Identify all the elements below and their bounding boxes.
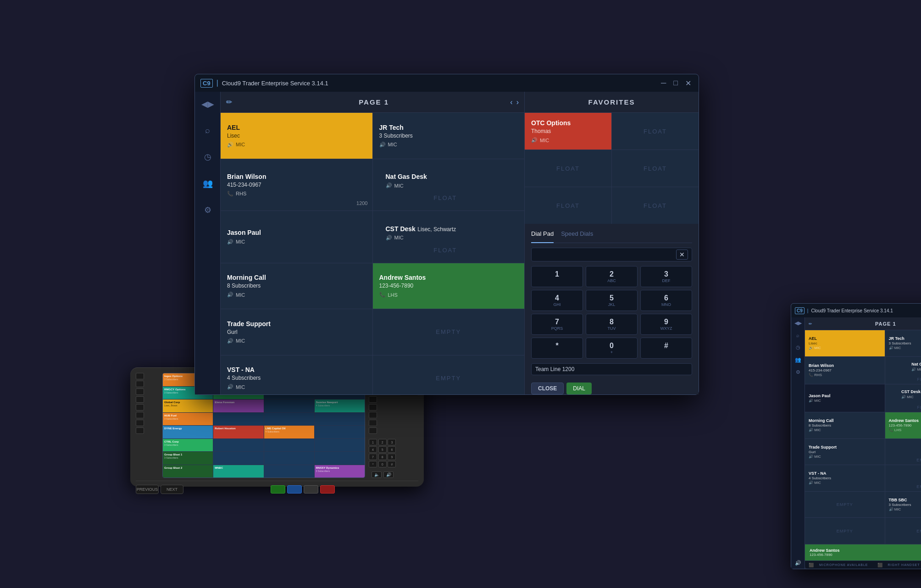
hw-cell-empty14[interactable] xyxy=(315,452,365,465)
hw-key-0[interactable]: 0 xyxy=(378,461,387,467)
hw-cell-empty13[interactable] xyxy=(264,452,314,465)
tablet-cell-jr-tech[interactable]: JR Tech 3 Subscribers 🔊 MIC xyxy=(885,330,921,356)
hw-btn-2[interactable] xyxy=(136,381,144,387)
dial-key-2[interactable]: 2ABC xyxy=(586,266,638,287)
hw-hold-btn[interactable] xyxy=(287,485,302,494)
hw-cell-ctrl[interactable]: CTRL Corp 3 Subscribers xyxy=(163,439,213,452)
cell-vst-na[interactable]: VST - NA 4 Subscribers 🔊 MIC xyxy=(221,355,372,395)
tablet-cell-empty4[interactable]: EMPTY xyxy=(805,518,885,544)
fav-cell-float5[interactable]: FLOAT xyxy=(612,187,699,224)
dial-clear-button[interactable]: ✕ xyxy=(676,250,688,260)
cell-empty2[interactable]: EMPTY xyxy=(373,355,525,395)
cell-brian-wilson[interactable]: Brian Wilson 415-234-0967 📞 RHS 1200 xyxy=(221,159,372,211)
tablet-search-icon[interactable]: ⌕ xyxy=(796,333,799,338)
dial-key-8[interactable]: 8TUV xyxy=(586,314,638,335)
hw-key-3[interactable]: 3 xyxy=(388,439,396,445)
hw-key-1[interactable]: 1 xyxy=(369,439,377,445)
close-button[interactable]: CLOSE xyxy=(531,383,564,394)
dial-key-7[interactable]: 7PQRS xyxy=(531,314,583,335)
close-button[interactable]: ✕ xyxy=(683,79,693,88)
page-prev-button[interactable]: ‹ xyxy=(510,98,512,106)
hw-key-2[interactable]: 2 xyxy=(378,439,387,445)
hw-next-btn[interactable]: NEXT xyxy=(161,485,183,494)
hw-key-hash[interactable]: # xyxy=(388,461,396,467)
cell-andrew-santos[interactable]: Andrew Santos 123-456-7890 📞 LHS xyxy=(373,263,525,309)
team-line-dropdown[interactable]: Team Line 1200 xyxy=(531,363,692,375)
hw-btn-1[interactable] xyxy=(136,373,144,379)
sidebar-history-icon[interactable]: ◷ xyxy=(201,149,214,165)
tablet-cell-nat-gas[interactable]: Nat Gas Desk 🔊 MIC FLOAT xyxy=(885,357,921,384)
hw-cell-dyne[interactable]: DYNE Energy xyxy=(163,426,213,438)
hw-btn-8[interactable] xyxy=(136,427,144,434)
hw-key-6[interactable]: 6 xyxy=(388,446,396,453)
hw-prev-btn[interactable]: PREVIOUS xyxy=(136,485,159,494)
cell-trade-support[interactable]: Trade Support Gurl 🔊 MIC xyxy=(221,309,372,355)
tablet-arrows-icon[interactable]: ◀▶ xyxy=(794,320,802,326)
hw-cell-empty4[interactable] xyxy=(264,399,314,412)
tablet-cell-vst-na[interactable]: VST - NA 4 Subscribers 🔊 MIC xyxy=(805,465,885,491)
hw-key-5[interactable]: 5 xyxy=(378,446,387,453)
hw-key-8[interactable]: 8 xyxy=(378,454,387,460)
cell-morning-call[interactable]: Morning Call 8 Subscribers 🔊 MIC xyxy=(221,263,372,309)
hw-cell-empty5[interactable] xyxy=(213,413,263,426)
tablet-cell-ael[interactable]: AEL Lisec 🔊 MIC xyxy=(805,330,885,356)
hw-right-btn-6[interactable] xyxy=(369,412,377,418)
dial-key-6[interactable]: 6MNO xyxy=(640,290,692,311)
minimize-button[interactable]: ─ xyxy=(659,79,668,88)
page-next-button[interactable]: › xyxy=(516,98,519,106)
tablet-cell-morning-call[interactable]: Morning Call 8 Subscribers 🔊 MIC xyxy=(805,412,885,438)
cell-cst-desk[interactable]: CST Desk Lisec, Schwartz 🔊 MIC FLOAT xyxy=(373,211,525,263)
fav-cell-float4[interactable]: FLOAT xyxy=(525,187,611,224)
hw-cell-rnssy[interactable]: RNSSY Dynamics 3 Subscribers xyxy=(315,465,365,478)
cell-ael[interactable]: AEL Lisec 🔊 MIC xyxy=(221,113,372,159)
hw-key-4[interactable]: 4 xyxy=(369,446,377,453)
dial-key-9[interactable]: 9WXYZ xyxy=(640,314,692,335)
hw-cell-empty11[interactable] xyxy=(315,439,365,452)
hw-cell-lme[interactable]: LME Capital Oil 4 Subscribers xyxy=(264,426,314,438)
hw-vol-down[interactable]: 🔈 xyxy=(372,472,382,478)
dial-key-5[interactable]: 5JKL xyxy=(586,290,638,311)
tablet-contacts-icon[interactable]: 👥 xyxy=(795,357,801,363)
hw-btn-7[interactable] xyxy=(136,420,144,426)
sidebar-arrows-icon[interactable]: ◀▶ xyxy=(199,96,217,112)
cell-empty1[interactable]: EMPTY xyxy=(373,309,525,355)
dial-key-hash[interactable]: # xyxy=(640,338,692,359)
tablet-cell-empty3[interactable]: EMPTY xyxy=(805,492,885,518)
hw-btn-6[interactable] xyxy=(136,412,144,418)
dial-key-1[interactable]: 1 xyxy=(531,266,583,287)
fav-cell-otc-options[interactable]: OTC Options Thomas 🔊 MIC xyxy=(525,113,611,150)
hw-cell-hub[interactable]: HUB Fuel 3 Subscribers xyxy=(163,413,213,426)
dial-key-star[interactable]: * xyxy=(531,338,583,359)
tab-speed-dials[interactable]: Speed Dials xyxy=(561,230,593,239)
hw-cell-group1[interactable]: Group Blast 1 3 Subscribers xyxy=(163,452,213,465)
fav-cell-float1[interactable]: FLOAT xyxy=(612,113,699,150)
dial-key-4[interactable]: 4GHI xyxy=(531,290,583,311)
sidebar-search-icon[interactable]: ⌕ xyxy=(202,123,213,138)
tablet-volume-icon[interactable]: 🔊 xyxy=(795,560,801,566)
hw-key-7[interactable]: 7 xyxy=(369,454,377,460)
hw-right-btn-5[interactable] xyxy=(369,404,377,410)
tablet-cell-andrew-santos[interactable]: Andrew Santos 123-456-7890 📞 LHS 1200 xyxy=(885,412,921,438)
hw-cell-elena[interactable]: Elena Foreman xyxy=(213,399,263,412)
dial-button[interactable]: DIAL xyxy=(566,383,592,394)
hw-btn-3[interactable] xyxy=(136,388,144,395)
tab-dial-pad[interactable]: Dial Pad xyxy=(531,230,554,243)
hw-cell-robert[interactable]: Robert Houston xyxy=(213,426,263,438)
hw-cell-empty15[interactable] xyxy=(264,465,314,478)
hw-key-star[interactable]: * xyxy=(369,461,377,467)
tablet-edit-btn[interactable]: ✏ xyxy=(809,322,812,326)
hw-cell-empty10[interactable] xyxy=(264,439,314,452)
fav-cell-float2[interactable]: FLOAT xyxy=(525,150,611,187)
hw-mute-btn[interactable] xyxy=(304,485,318,494)
tablet-cell-tbb-sbc[interactable]: TBB SBC 3 Subscribers 🔊 MIC xyxy=(885,492,921,518)
tablet-cell-cst-desk[interactable]: CST Desk Lisec, Schwartz 🔊 MIC FLOAT xyxy=(885,384,921,412)
tablet-cell-brian[interactable]: Brian Wilson 415-234-0967 📞 RHS xyxy=(805,357,885,384)
tablet-history-icon[interactable]: ◷ xyxy=(796,344,800,350)
tablet-cell-trade-support[interactable]: Trade Support Gurl 🔊 MIC xyxy=(805,439,885,465)
hw-cell-global[interactable]: Global Corp Lisec, Brown xyxy=(163,399,213,412)
hw-btn-4[interactable] xyxy=(136,396,144,403)
hw-key-9[interactable]: 9 xyxy=(388,454,396,460)
hw-right-btn-8[interactable] xyxy=(369,427,377,434)
dial-key-0[interactable]: 0+ xyxy=(586,338,638,359)
dial-input[interactable] xyxy=(535,248,676,261)
